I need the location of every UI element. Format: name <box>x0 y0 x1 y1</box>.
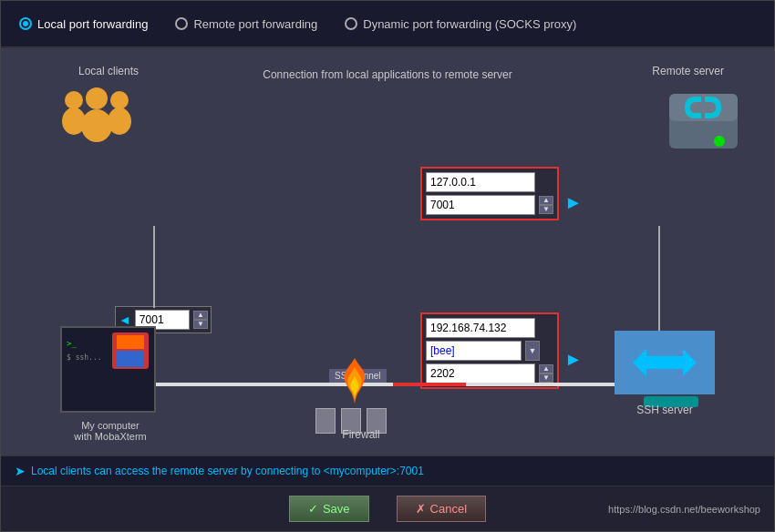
cancel-label: Cancel <box>430 502 467 516</box>
my-computer-box: >_ $ ssh... <box>60 326 156 413</box>
firewall-label: Firewall <box>325 428 398 441</box>
local-spinner-up[interactable]: ▲ <box>193 311 208 320</box>
spinner-down[interactable]: ▼ <box>539 205 553 214</box>
remote-host-row <box>426 318 553 338</box>
svg-rect-14 <box>117 351 144 367</box>
svg-point-8 <box>714 136 725 147</box>
main-container: Local port forwarding Remote port forwar… <box>0 0 775 532</box>
save-button[interactable]: ✓ Save <box>289 496 369 522</box>
cancel-button[interactable]: ✗ Cancel <box>397 496 486 522</box>
remote-user-input[interactable] <box>426 341 522 361</box>
svg-rect-13 <box>117 335 144 349</box>
radio-local[interactable] <box>19 17 32 30</box>
tab-local-label: Local port forwarding <box>37 17 148 31</box>
ssh-server-icon <box>628 340 701 385</box>
flame-icon <box>327 353 382 413</box>
info-bar-text: Local clients can access the remote serv… <box>31 465 424 477</box>
computer-screen-icon: >_ $ ssh... <box>62 328 154 411</box>
input-group-middle: ▼ ▲ ▼ <box>420 312 559 389</box>
svg-point-5 <box>81 109 112 142</box>
tab-remote[interactable]: Remote port forwarding <box>175 17 317 31</box>
people-group <box>56 80 129 144</box>
tab-local[interactable]: Local port forwarding <box>19 17 148 31</box>
remote-user-row: ▼ <box>426 341 553 361</box>
ip-row <box>426 172 553 192</box>
save-icon: ✓ <box>308 502 318 516</box>
save-label: Save <box>323 502 350 516</box>
info-bar: ➤ Local clients can access the remote se… <box>1 455 774 486</box>
svg-text:$ ssh...: $ ssh... <box>67 353 102 362</box>
ssh-server-label: SSH server <box>628 404 701 416</box>
arrow-right-top: ► <box>564 192 583 213</box>
port-top-input[interactable] <box>426 195 535 215</box>
ip-address-input[interactable] <box>426 172 535 192</box>
remote-port-spinner: ▲ ▼ <box>539 364 553 383</box>
spinner-up[interactable]: ▲ <box>539 196 553 205</box>
my-computer-line1: My computer <box>81 420 140 431</box>
radio-dynamic[interactable] <box>345 17 357 30</box>
remote-host-input[interactable] <box>426 318 535 338</box>
port-top-row: ▲ ▼ <box>426 195 553 215</box>
tab-remote-label: Remote port forwarding <box>193 17 317 31</box>
input-group-top: ▲ ▼ <box>420 167 559 220</box>
tunnel-line-red <box>393 383 466 386</box>
my-computer-label: My computer with MobaXterm <box>69 420 151 442</box>
connection-desc: Connection from local applications to re… <box>263 68 512 81</box>
local-clients-label: Local clients <box>78 65 139 77</box>
ssh-server-box <box>615 331 715 394</box>
svg-point-4 <box>86 87 108 109</box>
dropdown-btn[interactable]: ▼ <box>525 341 540 361</box>
arrow-left-icon: ◄ <box>119 312 131 327</box>
svg-point-2 <box>110 91 129 109</box>
arrow-right-middle: ► <box>564 349 583 370</box>
remote-spinner-down[interactable]: ▼ <box>539 373 553 383</box>
vertical-line-left <box>153 226 155 308</box>
info-arrow-icon: ➤ <box>15 464 26 478</box>
remote-spinner-up[interactable]: ▲ <box>539 364 553 373</box>
server-icon <box>665 76 742 158</box>
tab-dynamic-label: Dynamic port forwarding (SOCKS proxy) <box>363 17 576 31</box>
svg-text:>_: >_ <box>67 339 77 348</box>
flame-area <box>318 358 391 408</box>
button-bar: ✓ Save ✗ Cancel https://blog.csdn.net/be… <box>1 486 774 531</box>
url-text: https://blog.csdn.net/beeworkshop <box>608 504 760 515</box>
svg-point-0 <box>65 91 83 109</box>
content-area: Local clients Remote server Connection f… <box>1 48 774 455</box>
tab-dynamic[interactable]: Dynamic port forwarding (SOCKS proxy) <box>345 17 576 31</box>
people-icon <box>56 80 138 153</box>
local-port-spinner: ▲ ▼ <box>193 311 208 329</box>
remote-port-input[interactable] <box>426 363 535 384</box>
cancel-icon: ✗ <box>416 502 426 516</box>
port-spinner: ▲ ▼ <box>539 196 553 214</box>
svg-marker-15 <box>633 349 697 376</box>
remote-server-icon <box>665 76 738 153</box>
tab-bar: Local port forwarding Remote port forwar… <box>1 1 774 48</box>
remote-port-row: ▲ ▼ <box>426 363 553 384</box>
local-spinner-down[interactable]: ▼ <box>193 320 208 329</box>
radio-remote[interactable] <box>175 17 188 30</box>
my-computer-line2: with MobaXterm <box>74 431 146 442</box>
svg-rect-7 <box>669 94 738 121</box>
